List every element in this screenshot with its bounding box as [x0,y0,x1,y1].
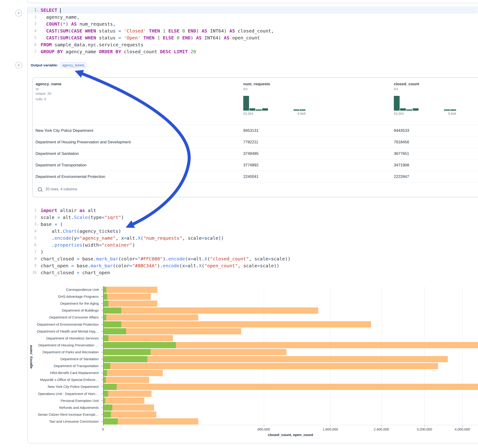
code-token: ORDER BY [99,49,121,54]
collapse-chevron-icon[interactable]: ⌄ [37,221,40,228]
code-line[interactable]: 7) [28,249,478,255]
code-token: scale)) [205,235,224,241]
code-line[interactable]: 6 .properties(width="container") [28,242,478,249]
code-token [174,35,177,41]
code-line[interactable]: 5 CAST(SUM(CASE WHEN status = 'Open' THE… [28,34,478,41]
code-line[interactable]: 8chart_closed = base.mark_bar(color="#FF… [28,255,478,262]
line-number-gutter: 2 [28,214,41,221]
code-token [160,28,163,34]
bar-closed_count [103,377,149,383]
histogram-max-label: 9.4e6 [448,112,456,115]
y-tick-label: Personal Exemption Unit [28,399,99,403]
table-cell: Department of Housing Preservation and D… [36,137,131,148]
x-tick-label: 800,000 [250,427,278,431]
code-token: "closed_count" [210,256,249,261]
code-text: .encode(y="agency_name", x=alt.X("num_re… [41,235,478,242]
output-variable-chip[interactable]: agency_tickets [60,62,86,68]
y-axis-tick [101,414,103,415]
code-line[interactable]: 4 alt.Chart(agency_tickets) [28,228,478,235]
bar-closed_count [103,314,198,321]
code-line[interactable]: 7GROUP BY agency_name ORDER BY closed_co… [28,48,478,55]
column-histogram [394,94,456,111]
line-number-gutter: 5 [28,34,41,41]
sql-editor[interactable]: 1⌄SELECT 2 agency_name,3 COUNT(*) AS num… [28,7,478,55]
y-axis-tick [101,296,103,297]
line-number-gutter: 5 [28,235,41,242]
code-token: open_count [229,35,260,41]
code-token: = [190,256,193,261]
gridline [264,286,264,425]
code-token: FROM [41,42,52,48]
y-tick-label: Department of Housing Preservation … [28,343,99,347]
y-tick-label: Department of Consumer Affairs [28,315,99,319]
code-line[interactable]: 2 agency_name, [28,14,478,20]
code-token: DESC [160,49,171,54]
code-token: ( [60,21,63,27]
python-editor[interactable]: 1import altair as alt2scale = alt.Scale(… [28,207,478,276]
code-line[interactable]: 6FROM sample_data.nyc.service_requests [28,41,478,48]
search-icon[interactable] [38,187,42,191]
bar-closed_count [103,370,163,376]
code-line[interactable]: 10chart_closed + chart_open [28,269,478,276]
code-token: = [257,263,260,268]
code-line[interactable]: 3 COUNT(*) AS num_requests, [28,20,478,27]
text-cursor [60,8,61,13]
output-variable-row: Output variable: agency_tickets [31,62,86,69]
code-line[interactable]: 1⌄SELECT [28,7,478,14]
code-line[interactable]: 5 .encode(y="agency_name", x=alt.X("num_… [28,235,478,242]
y-tick-label: Department of Health and Mental Hyg… [28,329,99,333]
code-line[interactable]: 3⌄base = ( [28,221,478,228]
collapse-chevron-icon[interactable]: ⌄ [37,7,40,14]
code-token: THEN [149,28,160,34]
line-number: 7 [34,249,37,255]
code-token: status [96,28,118,34]
code-token: scale)) [271,256,290,261]
x-axis-title: closed_count, open_count [103,433,478,437]
code-token: = [185,263,188,268]
table-cell: 7782211 [243,137,258,148]
code-token [179,35,182,41]
column-type: i64 [394,87,456,91]
code-line[interactable]: 2scale = alt.Scale(type="sqrt") [28,214,478,221]
y-axis-tick [101,421,103,422]
y-tick-label: Correspondence Unit [28,288,99,292]
x-tick-label: 4,000,000 [448,427,476,431]
column-name: num_requests [243,82,306,87]
y-tick-label: Taxi and Limousine Commission [28,419,99,423]
line-number-gutter: 1 [28,207,41,214]
code-token [160,35,163,41]
code-token [141,35,143,41]
bar-closed_count [103,294,151,300]
line-number: 5 [34,235,37,242]
add-cell-button[interactable]: + [15,10,22,17]
histogram-bar [262,108,268,111]
code-token [82,35,85,41]
code-line[interactable]: 1import altair as alt [28,207,478,214]
bar-open_count [103,335,108,341]
bar-closed_count [103,384,478,390]
code-token: COUNT [46,21,60,27]
histogram-axis-labels: 53,3049.5e6 [243,112,306,115]
code-token: encode [163,263,179,268]
code-token: = [99,242,102,248]
code-token: alt. [188,263,199,268]
code-token: AS [202,28,207,34]
code-line[interactable]: 9chart_open = base.mark_bar(color="#8BC3… [28,262,478,269]
y-axis-tick [101,394,103,394]
code-token: = [124,235,126,241]
line-number: 1 [34,207,37,214]
column-histogram [243,94,306,111]
code-token: alt. [193,256,204,261]
code-token: (y [71,235,76,241]
table-cell: 9443533 [394,125,409,136]
code-line[interactable]: 4 CAST(SUM(CASE WHEN status = 'Closed' T… [28,27,478,34]
y-axis-tick [101,303,103,304]
add-cell-button[interactable]: + [15,62,22,69]
table-cell: Department of Environmental Protection [36,171,105,182]
bar-closed_count [103,321,371,328]
code-token: , scale [182,235,201,241]
y-axis-tick [101,310,103,311]
code-token: (type [88,215,102,220]
bar-open_count [103,321,121,328]
code-token: as [80,208,85,213]
